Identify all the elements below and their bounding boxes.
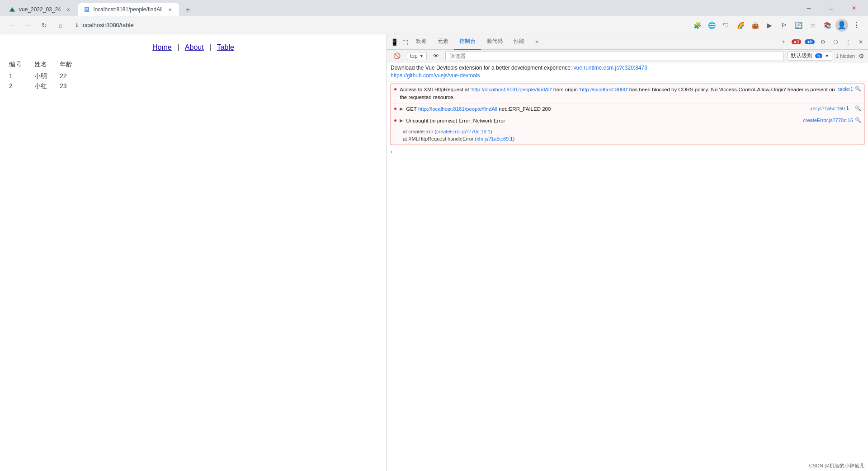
error2-actions: xhr.js?1a5c:160 ℹ 🔍 [810,105,861,112]
console-msg-devtools: Download the Vue Devtools extension for … [387,62,868,82]
svg-rect-3 [85,8,88,9]
console-toolbar: 🚫 top ▼ 👁 默认级别 5 ▼ 1 hidden ⚙ [387,50,868,62]
devtools-more-btn[interactable]: ⋮ [843,37,854,47]
menu-button[interactable]: ⋮ [850,19,863,32]
maximize-button[interactable]: □ [821,1,842,15]
error1-search-icon[interactable]: 🔍 [855,86,861,92]
devtools-settings-btn[interactable]: ⚙ [817,37,828,47]
nav-bar: ← → ↻ ⌂ ℹ localhost:8080/table 🧩 🌐 🛡 🌈 👜… [0,16,868,34]
tab-close-localhost[interactable]: ✕ [166,6,174,13]
cors-origin-link[interactable]: http://localhost:8080 [580,87,627,92]
no-symbol-icon: 🚫 [393,52,401,59]
error2-search-icon[interactable]: 🔍 [855,105,861,112]
address-bar[interactable]: ℹ localhost:8080/table [71,19,684,32]
tab-localhost[interactable]: localhost:8181/people/findAll ✕ [78,3,179,16]
bottom-arrow-icon: › [391,149,392,155]
devtools-dock-btn[interactable]: ⬡ [830,37,841,47]
devtools-tab-console[interactable]: 控制台 [454,34,481,50]
nav-sep2: | [209,43,211,51]
top-selector[interactable]: top ▼ [407,52,427,60]
reload-button[interactable]: ↻ [38,19,51,32]
bookmark-button[interactable]: ☆ [807,19,819,32]
tab-vue[interactable]: vue_2022_03_24 ✕ [4,3,77,16]
table-row-2: 2 小红 23 [9,82,377,90]
get-url-link[interactable]: http://localhost:8181/people/findAll [418,106,497,112]
error3-actions: createError.js?770c:16 🔍 [803,117,861,123]
address-text: localhost:8080/table [81,22,134,28]
console-filter-input[interactable] [445,51,784,61]
window-controls: ─ □ ✕ [798,1,864,15]
table-header: 编号 姓名 年龄 [9,61,377,69]
devtools-tab-sources[interactable]: 源代码 [481,34,508,50]
level-selector[interactable]: 默认级别 5 ▼ [788,51,832,61]
home-button[interactable]: ⌂ [54,19,67,32]
page-content: Home | About | Table 编号 姓名 年龄 1 小明 22 [0,34,387,471]
devtools-inspect-btn[interactable]: ⬚ [400,37,410,47]
console-settings-icon[interactable]: ⚙ [859,52,864,60]
network-error-stack: at createError (createError.js?770c:16:1… [394,128,861,143]
avatar-button[interactable]: 👤 [835,19,848,32]
flag-button[interactable]: 🏳 [778,19,790,32]
row2-id: 2 [9,82,27,90]
console-output: Download the Vue Devtools extension for … [387,62,868,471]
extensions-button[interactable]: 🧩 [691,19,703,32]
play-button[interactable]: ▶ [763,19,776,32]
devtools-tab-welcome[interactable]: 欢迎 [410,34,432,50]
tab-title-vue: vue_2022_03_24 [19,6,61,13]
clear-console-btn[interactable]: 🚫 [391,51,403,61]
devtools-add-button[interactable]: + [778,37,789,47]
nav-about-link[interactable]: About [185,43,204,51]
error1-source[interactable]: table:1 [838,86,853,92]
error-block: ● Access to XMLHttpRequest at 'http://lo… [391,84,864,145]
bag-button[interactable]: 👜 [749,19,761,32]
create-error-link[interactable]: createError.js?770c:16:1 [436,129,491,134]
eye-icon: 👁 [433,52,439,59]
forward-button[interactable]: → [22,19,34,32]
new-tab-button[interactable]: + [182,4,194,16]
cors-url-link[interactable]: http://localhost:8181/people/findAll [472,87,551,92]
tab-close-vue[interactable]: ✕ [65,6,72,13]
vue-favicon [9,6,15,13]
error2-expand[interactable]: ▶ [400,106,403,111]
devtools-close-btn[interactable]: ✕ [855,37,866,47]
error-cors: ● Access to XMLHttpRequest at 'http://lo… [391,84,864,104]
devtools-tab-performance[interactable]: 性能 [508,34,530,50]
main-area: Home | About | Table 编号 姓名 年龄 1 小明 22 [0,34,868,471]
row2-age: 23 [60,82,78,90]
browser-window: vue_2022_03_24 ✕ localhost:8181/people/f… [0,0,868,471]
devtools-tab-bar: 📱 ⬚ 欢迎 元素 控制台 源代码 性能 » + ●3 ●5 ⚙ ⬡ ⋮ ✕ [387,34,868,50]
bookmarks-button[interactable]: 📚 [821,19,834,32]
console-bottom-indicator: › [387,147,868,157]
vue-runtime-link[interactable]: vue.runtime.esm.js?c320:8473 [573,65,647,71]
vue-devtools-link[interactable]: https://github.com/vuejs/vue-devtools [391,72,480,79]
error2-info-icon[interactable]: ℹ [847,105,853,112]
sync-button[interactable]: 🔄 [792,19,805,32]
devtools-info-text: Download the Vue Devtools extension for … [391,64,864,80]
devtools-tab-elements[interactable]: 元素 [432,34,454,50]
profile-button[interactable]: 🌐 [705,19,718,32]
error3-source[interactable]: createError.js?770c:16 [803,118,853,123]
error-icon-2: ● [394,105,397,112]
eye-btn[interactable]: 👁 [430,51,442,61]
color-button[interactable]: 🌈 [734,19,747,32]
tab-title-localhost: localhost:8181/people/findAll [94,6,163,13]
devtools-tab-more[interactable]: » [530,34,544,50]
lock-icon: ℹ [76,22,78,28]
shield-button[interactable]: 🛡 [720,19,732,32]
doc-favicon [84,6,90,13]
nav-home-link[interactable]: Home [152,43,172,51]
error-icon-3: ● [394,117,397,123]
info-badge: ●5 [805,39,815,44]
devtools-mobile-btn[interactable]: 📱 [389,37,400,47]
nav-table-link[interactable]: Table [217,43,234,51]
network-error-text: Uncaught (in promise) Error: Network Err… [406,117,800,125]
error3-search-icon[interactable]: 🔍 [855,117,861,123]
xhr-error-link[interactable]: xhr.js?1a5c:69:1 [476,136,513,141]
close-button[interactable]: ✕ [844,1,864,15]
devtools-panel: 📱 ⬚ 欢迎 元素 控制台 源代码 性能 » + ●3 ●5 ⚙ ⬡ ⋮ ✕ [387,34,868,471]
minimize-button[interactable]: ─ [798,1,819,15]
error3-expand[interactable]: ▶ [400,118,403,123]
back-button[interactable]: ← [5,19,18,32]
watermark: CSDN @机智的小神仙儿 [809,462,864,469]
error2-source[interactable]: xhr.js?1a5c:160 [810,106,845,111]
